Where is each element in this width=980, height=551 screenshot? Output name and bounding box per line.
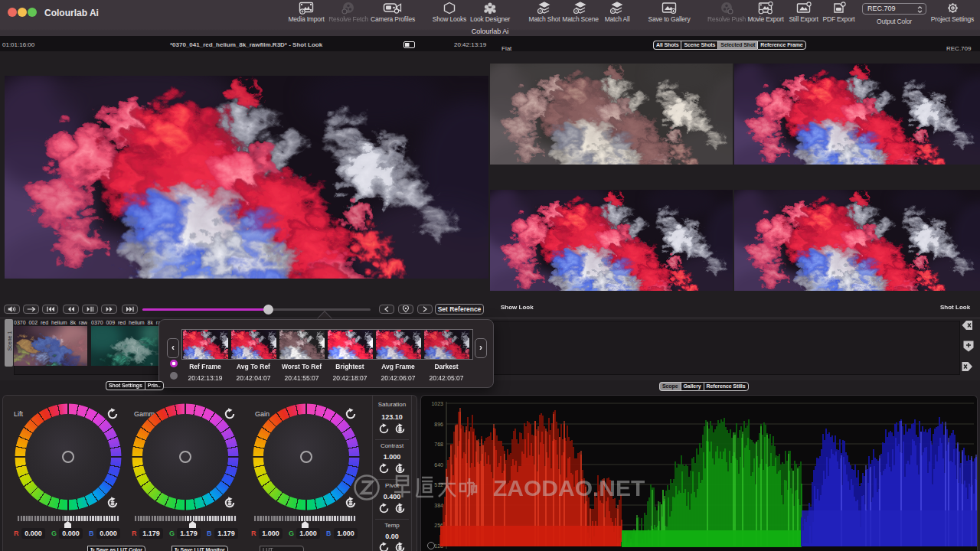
svg-text:768: 768 xyxy=(434,442,443,447)
svg-text:ZAODAO.NET: ZAODAO.NET xyxy=(493,475,645,500)
svg-text:640: 640 xyxy=(434,462,443,468)
svg-text:896: 896 xyxy=(434,422,443,427)
svg-text:1023: 1023 xyxy=(431,401,443,406)
